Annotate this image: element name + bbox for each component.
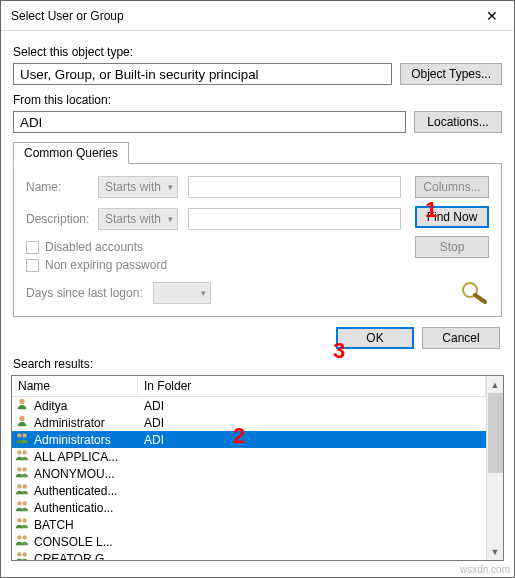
scroll-up-icon[interactable]: ▲ [487, 376, 503, 393]
table-row[interactable]: CREATOR G... [12, 550, 486, 560]
columns-button[interactable]: Columns... [415, 176, 489, 198]
svg-point-7 [22, 450, 26, 454]
window-title: Select User or Group [11, 9, 124, 23]
svg-point-2 [19, 399, 24, 404]
svg-point-8 [17, 467, 21, 471]
desc-query-input[interactable] [188, 208, 401, 230]
chevron-down-icon: ▾ [168, 182, 173, 192]
svg-point-14 [17, 518, 21, 522]
column-name-header[interactable]: Name [12, 376, 138, 396]
ok-button[interactable]: OK [336, 327, 414, 349]
table-row[interactable]: Authenticated... [12, 482, 486, 499]
table-row[interactable]: BATCH [12, 516, 486, 533]
row-name: BATCH [34, 518, 74, 532]
object-type-input[interactable] [13, 63, 392, 85]
row-name: CONSOLE L... [34, 535, 113, 549]
find-now-button[interactable]: Find Now [415, 206, 489, 228]
svg-point-5 [22, 433, 26, 437]
query-right: Columns... Find Now Stop [411, 176, 489, 304]
svg-point-17 [22, 535, 26, 539]
titlebar: Select User or Group ✕ [1, 1, 514, 31]
svg-point-16 [17, 535, 21, 539]
desc-mode-select[interactable]: Starts with ▾ [98, 208, 178, 230]
name-mode-select[interactable]: Starts with ▾ [98, 176, 178, 198]
row-name: Authenticated... [34, 484, 117, 498]
group-icon [14, 482, 30, 499]
tab-area: Common Queries Name: Starts with ▾ Descr… [13, 141, 502, 317]
svg-point-19 [22, 552, 26, 556]
name-mode-value: Starts with [105, 180, 161, 194]
chevron-down-icon: ▾ [168, 214, 173, 224]
desc-mode-value: Starts with [105, 212, 161, 226]
disabled-accounts-checkbox[interactable] [26, 241, 39, 254]
group-icon [14, 431, 30, 448]
svg-point-12 [17, 501, 21, 505]
svg-point-10 [17, 484, 21, 488]
row-name: Administrators [34, 433, 111, 447]
svg-point-3 [19, 416, 24, 421]
svg-point-4 [17, 433, 21, 437]
column-folder-header[interactable]: In Folder [138, 376, 486, 396]
row-name: Authenticatio... [34, 501, 113, 515]
svg-point-18 [17, 552, 21, 556]
table-row[interactable]: CONSOLE L... [12, 533, 486, 550]
scroll-thumb[interactable] [488, 393, 503, 473]
row-name: CREATOR G... [34, 552, 114, 561]
svg-point-6 [17, 450, 21, 454]
magnifier-icon [459, 280, 489, 304]
chevron-down-icon: ▾ [201, 288, 206, 298]
row-name: ALL APPLICA... [34, 450, 118, 464]
group-icon [14, 465, 30, 482]
non-expiring-label: Non expiring password [45, 258, 167, 272]
disabled-accounts-label: Disabled accounts [45, 240, 143, 254]
from-location-label: From this location: [13, 93, 502, 107]
object-type-label: Select this object type: [13, 45, 502, 59]
object-types-button[interactable]: Object Types... [400, 63, 502, 85]
user-icon [14, 414, 30, 431]
description-label: Description: [26, 212, 88, 226]
days-since-logon-select[interactable]: ▾ [153, 282, 211, 304]
svg-point-15 [22, 518, 26, 522]
cancel-button[interactable]: Cancel [422, 327, 500, 349]
svg-line-1 [475, 295, 485, 302]
group-icon [14, 550, 30, 560]
group-icon [14, 516, 30, 533]
dialog-buttons: OK Cancel [13, 327, 502, 349]
row-folder: ADI [138, 399, 486, 413]
close-icon: ✕ [486, 8, 498, 24]
dialog-content: Select this object type: Object Types...… [1, 31, 514, 355]
row-folder: ADI [138, 433, 486, 447]
tab-common-queries[interactable]: Common Queries [13, 142, 129, 164]
table-row[interactable]: AdministratorsADI [12, 431, 486, 448]
group-icon [14, 533, 30, 550]
query-left: Name: Starts with ▾ Description: Starts … [26, 176, 401, 304]
svg-point-9 [22, 467, 26, 471]
group-icon [14, 448, 30, 465]
table-row[interactable]: AdityaADI [12, 397, 486, 414]
table-row[interactable]: ANONYMOU... [12, 465, 486, 482]
close-button[interactable]: ✕ [469, 1, 514, 31]
table-row[interactable]: ALL APPLICA... [12, 448, 486, 465]
locations-button[interactable]: Locations... [414, 111, 502, 133]
table-row[interactable]: Authenticatio... [12, 499, 486, 516]
scrollbar[interactable]: ▲ ▼ [486, 376, 503, 560]
scroll-down-icon[interactable]: ▼ [487, 543, 503, 560]
search-results-label: Search results: [1, 355, 514, 373]
location-input[interactable] [13, 111, 406, 133]
svg-point-11 [22, 484, 26, 488]
table-row[interactable]: AdministratorADI [12, 414, 486, 431]
non-expiring-checkbox[interactable] [26, 259, 39, 272]
name-label: Name: [26, 180, 88, 194]
stop-button[interactable]: Stop [415, 236, 489, 258]
group-icon [14, 499, 30, 516]
name-query-input[interactable] [188, 176, 401, 198]
svg-point-13 [22, 501, 26, 505]
results-header: Name In Folder [12, 376, 486, 397]
days-since-logon-label: Days since last logon: [26, 286, 143, 300]
row-folder: ADI [138, 416, 486, 430]
tab-body: Name: Starts with ▾ Description: Starts … [13, 163, 502, 317]
watermark: wsxdn.com [460, 564, 510, 575]
row-name: Administrator [34, 416, 105, 430]
results-list: Name In Folder AdityaADIAdministratorADI… [11, 375, 504, 561]
row-name: ANONYMOU... [34, 467, 115, 481]
